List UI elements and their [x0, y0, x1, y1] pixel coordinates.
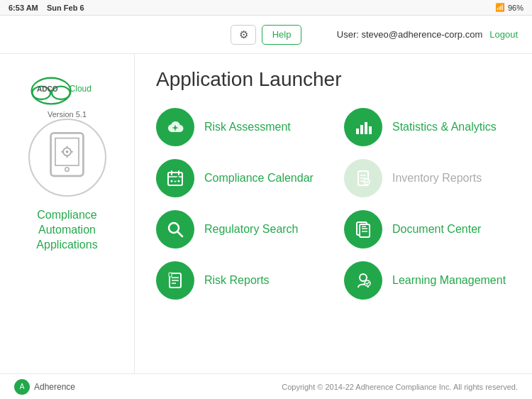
risk-assessment-label: Risk Assessment: [204, 121, 291, 133]
footer-logo-area: A Adherence: [14, 379, 75, 395]
tablet-icon: [48, 131, 87, 185]
inventory-icon: [344, 159, 382, 197]
sidebar: ADCO Cloud Version 5.1: [0, 54, 135, 373]
svg-point-9: [66, 151, 69, 153]
user-info: User: steveo@adherence-corp.com Logout: [337, 29, 518, 40]
svg-rect-17: [365, 122, 367, 134]
content-area: Application Launcher Risk Assessment: [135, 54, 532, 373]
footer-copyright: Copyright © 2014-22 Adherence Compliance…: [282, 383, 518, 391]
svg-rect-19: [168, 173, 182, 185]
app-item-inventory[interactable]: Inventory Reports: [344, 159, 511, 197]
svg-rect-16: [360, 125, 363, 134]
svg-point-7: [65, 167, 70, 171]
app-title: ComplianceAutomationApplications: [36, 208, 97, 252]
page-title: Application Launcher: [156, 68, 511, 91]
footer-logo-text: Adherence: [34, 382, 75, 392]
app-item-learning[interactable]: Learning Management: [344, 261, 511, 300]
svg-line-32: [178, 232, 183, 237]
statistics-icon: [344, 108, 382, 146]
main-content: ADCO Cloud Version 5.1: [0, 54, 532, 373]
app-icon-container: [28, 119, 106, 197]
footer: A Adherence Copyright © 2014-22 Adherenc…: [0, 373, 532, 399]
header: ⚙ Help User: steveo@adherence-corp.com L…: [0, 16, 532, 54]
svg-rect-15: [356, 129, 359, 134]
battery-display: 96%: [508, 4, 523, 12]
svg-text:ADCO: ADCO: [36, 85, 57, 93]
date-display: Sun Feb 6: [47, 4, 84, 12]
app-item-risk-reports[interactable]: Risk Reports: [156, 261, 323, 300]
logo-area: ADCO Cloud Version 5.1: [25, 68, 110, 119]
calendar-icon: [156, 159, 194, 197]
gear-button[interactable]: ⚙: [231, 25, 256, 45]
svg-text:Cloud: Cloud: [69, 84, 91, 94]
calendar-label: Compliance Calendar: [204, 172, 314, 185]
app-item-calendar[interactable]: Compliance Calendar: [156, 159, 323, 197]
gear-icon: ⚙: [239, 28, 248, 41]
status-bar: 6:53 AM Sun Feb 6 📶 96%: [0, 0, 532, 16]
svg-point-23: [171, 180, 173, 182]
search-icon: [156, 210, 194, 248]
inventory-label: Inventory Reports: [392, 172, 482, 185]
document-icon: [344, 210, 382, 248]
risk-reports-icon: [156, 261, 194, 300]
svg-rect-18: [369, 126, 372, 134]
help-label: Help: [272, 29, 292, 40]
risk-assessment-icon: [156, 108, 194, 146]
statistics-label: Statistics & Analytics: [392, 121, 497, 133]
app-item-risk-assessment[interactable]: Risk Assessment: [156, 108, 323, 146]
svg-point-25: [178, 180, 180, 182]
user-email: steveo@adherence-corp.com: [362, 29, 483, 40]
logout-button[interactable]: Logout: [489, 29, 518, 40]
time-display: 6:53 AM: [9, 4, 38, 12]
learning-label: Learning Management: [392, 274, 506, 287]
svg-rect-42: [169, 273, 172, 277]
apps-grid: Risk Assessment Statistics & Analytics: [156, 108, 511, 300]
document-label: Document Center: [392, 223, 481, 236]
search-label: Regulatory Search: [204, 223, 299, 236]
help-button[interactable]: Help: [262, 25, 301, 45]
status-time: 6:53 AM Sun Feb 6: [9, 4, 84, 12]
svg-point-43: [360, 274, 367, 281]
wifi-icon: 📶: [495, 3, 505, 12]
learning-icon: [344, 261, 382, 300]
risk-reports-label: Risk Reports: [204, 274, 270, 287]
adherence-logo-icon: A: [14, 379, 30, 395]
app-item-search[interactable]: Regulatory Search: [156, 210, 323, 248]
status-right: 📶 96%: [495, 3, 523, 12]
adco-logo-svg: ADCO Cloud: [25, 68, 110, 107]
version-label: Version 5.1: [48, 110, 87, 119]
header-controls: ⚙ Help: [231, 25, 301, 45]
app-item-documents[interactable]: Document Center: [344, 210, 511, 248]
app-item-statistics[interactable]: Statistics & Analytics: [344, 108, 511, 146]
user-label: User: steveo@adherence-corp.com: [337, 29, 482, 40]
